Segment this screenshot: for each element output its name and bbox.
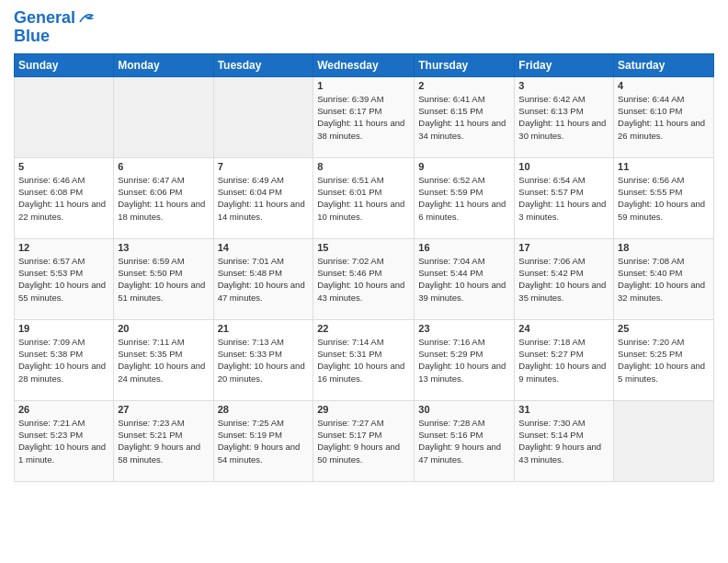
calendar-cell: 21 Sunrise: 7:13 AMSunset: 5:33 PMDaylig…	[213, 319, 313, 400]
day-info: Sunrise: 7:13 AMSunset: 5:33 PMDaylight:…	[218, 336, 310, 385]
week-row-1: 1 Sunrise: 6:39 AMSunset: 6:17 PMDayligh…	[15, 76, 714, 157]
day-number: 17	[518, 242, 609, 253]
day-info: Sunrise: 7:06 AMSunset: 5:42 PMDaylight:…	[518, 255, 609, 304]
day-header-thursday: Thursday	[415, 53, 515, 76]
day-number: 27	[118, 404, 209, 415]
day-header-monday: Monday	[114, 53, 213, 76]
day-header-sunday: Sunday	[15, 53, 114, 76]
calendar-cell	[15, 76, 114, 157]
day-number: 16	[418, 242, 510, 253]
day-info: Sunrise: 7:01 AMSunset: 5:48 PMDaylight:…	[218, 255, 310, 304]
calendar-cell: 29 Sunrise: 7:27 AMSunset: 5:17 PMDaylig…	[313, 400, 415, 481]
week-row-5: 26 Sunrise: 7:21 AMSunset: 5:23 PMDaylig…	[15, 400, 714, 481]
day-number: 24	[518, 323, 609, 334]
day-info: Sunrise: 7:20 AMSunset: 5:25 PMDaylight:…	[618, 336, 710, 385]
day-number: 19	[18, 323, 109, 334]
day-info: Sunrise: 7:14 AMSunset: 5:31 PMDaylight:…	[317, 336, 410, 385]
day-info: Sunrise: 6:46 AMSunset: 6:08 PMDaylight:…	[18, 174, 109, 223]
day-number: 4	[618, 80, 710, 91]
calendar-cell: 5 Sunrise: 6:46 AMSunset: 6:08 PMDayligh…	[15, 157, 114, 238]
calendar-cell: 27 Sunrise: 7:23 AMSunset: 5:21 PMDaylig…	[114, 400, 213, 481]
day-header-saturday: Saturday	[614, 53, 714, 76]
day-info: Sunrise: 6:47 AMSunset: 6:06 PMDaylight:…	[118, 174, 209, 223]
day-info: Sunrise: 7:27 AMSunset: 5:17 PMDaylight:…	[317, 417, 410, 465]
calendar-cell: 14 Sunrise: 7:01 AMSunset: 5:48 PMDaylig…	[213, 238, 313, 319]
logo: General Blue	[14, 9, 96, 46]
logo-subtext: Blue	[14, 28, 96, 46]
calendar-cell: 28 Sunrise: 7:25 AMSunset: 5:19 PMDaylig…	[213, 400, 313, 481]
calendar-cell: 10 Sunrise: 6:54 AMSunset: 5:57 PMDaylig…	[515, 157, 614, 238]
calendar-cell: 18 Sunrise: 7:08 AMSunset: 5:40 PMDaylig…	[614, 238, 714, 319]
calendar-cell: 19 Sunrise: 7:09 AMSunset: 5:38 PMDaylig…	[15, 319, 114, 400]
calendar-cell: 13 Sunrise: 6:59 AMSunset: 5:50 PMDaylig…	[114, 238, 213, 319]
day-info: Sunrise: 7:21 AMSunset: 5:23 PMDaylight:…	[18, 417, 109, 465]
calendar-cell: 8 Sunrise: 6:51 AMSunset: 6:01 PMDayligh…	[313, 157, 415, 238]
day-number: 9	[418, 161, 510, 172]
day-info: Sunrise: 6:41 AMSunset: 6:15 PMDaylight:…	[418, 93, 510, 142]
header: General Blue	[14, 9, 714, 46]
calendar-cell: 3 Sunrise: 6:42 AMSunset: 6:13 PMDayligh…	[515, 76, 614, 157]
calendar-table: SundayMondayTuesdayWednesdayThursdayFrid…	[14, 53, 714, 482]
day-number: 31	[518, 404, 609, 415]
calendar-cell: 9 Sunrise: 6:52 AMSunset: 5:59 PMDayligh…	[415, 157, 515, 238]
calendar-cell: 4 Sunrise: 6:44 AMSunset: 6:10 PMDayligh…	[614, 76, 714, 157]
calendar-cell: 25 Sunrise: 7:20 AMSunset: 5:25 PMDaylig…	[614, 319, 714, 400]
day-info: Sunrise: 7:23 AMSunset: 5:21 PMDaylight:…	[118, 417, 209, 465]
day-number: 10	[518, 161, 609, 172]
day-info: Sunrise: 7:25 AMSunset: 5:19 PMDaylight:…	[218, 417, 310, 465]
day-header-tuesday: Tuesday	[213, 53, 313, 76]
calendar-cell: 12 Sunrise: 6:57 AMSunset: 5:53 PMDaylig…	[15, 238, 114, 319]
day-number: 7	[218, 161, 310, 172]
day-info: Sunrise: 7:18 AMSunset: 5:27 PMDaylight:…	[518, 336, 609, 385]
day-number: 2	[418, 80, 510, 91]
day-number: 5	[18, 161, 109, 172]
page: General Blue SundayMondayTuesdayWednesda…	[0, 0, 728, 563]
day-header-wednesday: Wednesday	[313, 53, 415, 76]
calendar-header-row: SundayMondayTuesdayWednesdayThursdayFrid…	[15, 53, 714, 76]
calendar-cell: 30 Sunrise: 7:28 AMSunset: 5:16 PMDaylig…	[415, 400, 515, 481]
day-number: 21	[218, 323, 310, 334]
day-header-friday: Friday	[515, 53, 614, 76]
week-row-4: 19 Sunrise: 7:09 AMSunset: 5:38 PMDaylig…	[15, 319, 714, 400]
calendar-cell: 11 Sunrise: 6:56 AMSunset: 5:55 PMDaylig…	[614, 157, 714, 238]
day-info: Sunrise: 7:09 AMSunset: 5:38 PMDaylight:…	[18, 336, 109, 385]
day-info: Sunrise: 6:59 AMSunset: 5:50 PMDaylight:…	[118, 255, 209, 304]
day-info: Sunrise: 7:04 AMSunset: 5:44 PMDaylight:…	[418, 255, 510, 304]
calendar-cell: 24 Sunrise: 7:18 AMSunset: 5:27 PMDaylig…	[515, 319, 614, 400]
day-number: 12	[18, 242, 109, 253]
day-info: Sunrise: 6:49 AMSunset: 6:04 PMDaylight:…	[218, 174, 310, 223]
calendar-cell: 15 Sunrise: 7:02 AMSunset: 5:46 PMDaylig…	[313, 238, 415, 319]
day-info: Sunrise: 6:54 AMSunset: 5:57 PMDaylight:…	[518, 174, 609, 223]
calendar-cell: 26 Sunrise: 7:21 AMSunset: 5:23 PMDaylig…	[15, 400, 114, 481]
day-info: Sunrise: 7:30 AMSunset: 5:14 PMDaylight:…	[518, 417, 609, 465]
day-info: Sunrise: 6:56 AMSunset: 5:55 PMDaylight:…	[618, 174, 710, 223]
calendar-cell: 31 Sunrise: 7:30 AMSunset: 5:14 PMDaylig…	[515, 400, 614, 481]
calendar-cell: 23 Sunrise: 7:16 AMSunset: 5:29 PMDaylig…	[415, 319, 515, 400]
day-info: Sunrise: 6:52 AMSunset: 5:59 PMDaylight:…	[418, 174, 510, 223]
day-info: Sunrise: 6:57 AMSunset: 5:53 PMDaylight:…	[18, 255, 109, 304]
day-number: 1	[317, 80, 410, 91]
logo-text: General	[14, 9, 75, 28]
day-info: Sunrise: 7:28 AMSunset: 5:16 PMDaylight:…	[418, 417, 510, 465]
calendar-cell: 7 Sunrise: 6:49 AMSunset: 6:04 PMDayligh…	[213, 157, 313, 238]
calendar-cell: 16 Sunrise: 7:04 AMSunset: 5:44 PMDaylig…	[415, 238, 515, 319]
calendar-cell	[213, 76, 313, 157]
calendar-cell	[114, 76, 213, 157]
day-number: 18	[618, 242, 710, 253]
day-number: 6	[118, 161, 209, 172]
calendar-cell: 20 Sunrise: 7:11 AMSunset: 5:35 PMDaylig…	[114, 319, 213, 400]
logo-icon	[77, 9, 96, 28]
day-number: 28	[218, 404, 310, 415]
day-number: 23	[418, 323, 510, 334]
day-info: Sunrise: 7:02 AMSunset: 5:46 PMDaylight:…	[317, 255, 410, 304]
day-number: 29	[317, 404, 410, 415]
calendar-cell: 2 Sunrise: 6:41 AMSunset: 6:15 PMDayligh…	[415, 76, 515, 157]
week-row-3: 12 Sunrise: 6:57 AMSunset: 5:53 PMDaylig…	[15, 238, 714, 319]
day-number: 15	[317, 242, 410, 253]
day-number: 30	[418, 404, 510, 415]
day-number: 26	[18, 404, 109, 415]
day-number: 22	[317, 323, 410, 334]
day-number: 20	[118, 323, 209, 334]
day-number: 13	[118, 242, 209, 253]
calendar-cell: 17 Sunrise: 7:06 AMSunset: 5:42 PMDaylig…	[515, 238, 614, 319]
